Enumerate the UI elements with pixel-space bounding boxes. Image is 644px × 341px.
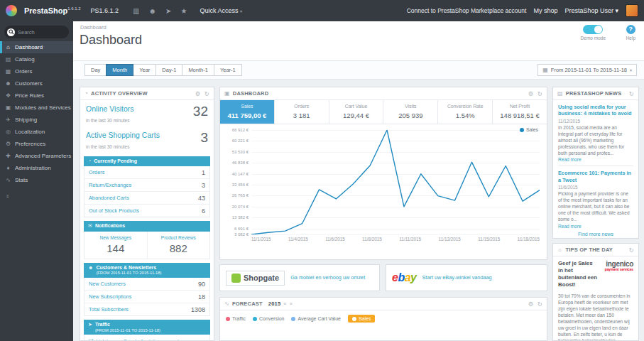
filter-year-button[interactable]: Year [133, 64, 156, 76]
sidebar-item-shipping[interactable]: ✈ Shipping [0, 114, 73, 126]
find-more-news-link[interactable]: Find more news [558, 232, 633, 237]
new-subscriptions-link[interactable]: New Subscriptions [89, 293, 131, 300]
forecast-panel-title: FORECAST [232, 301, 263, 307]
sidebar-item-modules[interactable]: ▣ Modules and Services [0, 102, 73, 114]
my-shop-link[interactable]: My shop [533, 7, 557, 14]
abandoned-carts-link[interactable]: Abandoned Carts [89, 195, 129, 201]
list-item: Out of Stock Products 6 [84, 205, 209, 217]
forecast-legend-sales[interactable]: Sales [348, 315, 376, 323]
sidebar-item-customers[interactable]: ☻ Customers [0, 77, 73, 90]
sidebar-item-dashboard[interactable]: ⌂ Dashboard [0, 41, 73, 53]
kpi-orders[interactable]: Orders 3 181 [275, 100, 329, 124]
help-icon[interactable]: ? [626, 25, 635, 34]
user-menu[interactable]: PrestaShop User ▾ [564, 7, 618, 14]
kpi-conversion-rate[interactable]: Conversion Rate 1.54% [438, 100, 493, 124]
rocket-icon[interactable]: ➤ [165, 7, 171, 15]
read-more-link[interactable]: Read more [558, 224, 633, 229]
sidebar-item-label: Orders [15, 68, 32, 75]
sidebar-item-advanced-parameters[interactable]: ✚ Advanced Parameters [0, 150, 73, 162]
demo-mode-control: Demo mode [581, 25, 606, 40]
sidebar-item-preferences[interactable]: ⚙ Preferences [0, 138, 73, 150]
forecast-year[interactable]: 2015 [268, 301, 281, 307]
shipping-icon: ✈ [5, 117, 11, 123]
list-item: Return/Exchanges 3 [84, 179, 209, 192]
legend-dot [291, 317, 295, 321]
x-tick-label: 11/18/2015 [518, 237, 540, 242]
new-messages-label: New Messages [86, 235, 146, 240]
user-avatar[interactable] [626, 4, 638, 17]
sidebar-item-administration[interactable]: ♦ Administration [0, 162, 73, 174]
sidebar-item-orders[interactable]: ▦ Orders [0, 65, 73, 77]
active-carts-row: Active Shopping Carts 3 [80, 126, 214, 144]
out-of-stock-link[interactable]: Out of Stock Products [89, 207, 139, 214]
ebay-link[interactable]: Start uw eBay-winkel vandaag [422, 274, 492, 281]
traffic-list: ❏ Link to your Google Analytics account [84, 335, 210, 341]
news-body: Using social media for your business: 4 … [553, 100, 638, 239]
new-messages-cell[interactable]: New Messages 144 [84, 232, 147, 259]
read-more-link[interactable]: Read more [558, 157, 633, 162]
filter-month-button[interactable]: Month [106, 64, 133, 76]
shopgate-panel: Shopgate Ga mobiel en verhoog uw omzet [219, 264, 380, 291]
next-icon[interactable]: » [290, 301, 293, 307]
product-reviews-cell[interactable]: Product Reviews 882 [147, 232, 210, 259]
abandoned-carts-value: 43 [198, 195, 205, 202]
refresh-icon[interactable]: ↻ [629, 247, 634, 254]
refresh-icon[interactable]: ↻ [629, 90, 634, 97]
filter-month-1-button[interactable]: Month-1 [182, 64, 214, 76]
list-item: New Customers 90 [84, 278, 209, 291]
pending-orders-link[interactable]: Orders [89, 169, 104, 175]
kpi-label: Visits [385, 104, 436, 109]
sidebar-item-catalog[interactable]: ▤ Catalog [0, 53, 73, 65]
filter-day-1-button[interactable]: Day-1 [155, 64, 182, 76]
sidebar-item-localization[interactable]: ◎ Localization [0, 126, 73, 138]
notifications-header: ✉ Notifications [84, 221, 210, 231]
gear-icon[interactable]: ⚙ [195, 90, 201, 97]
demo-mode-toggle[interactable] [583, 25, 603, 34]
pending-returns-link[interactable]: Return/Exchanges [89, 182, 131, 188]
trophy-icon[interactable]: ★ [180, 7, 187, 15]
y-tick-label: 3 082 € [234, 232, 249, 237]
active-carts-link[interactable]: Active Shopping Carts [86, 131, 160, 139]
sidebar-item-stats[interactable]: ∿ Stats [0, 174, 73, 186]
forecast-legend-average-cart-value[interactable]: Average Cart Value [291, 316, 340, 321]
sidebar-item-price-rules[interactable]: ❖ Price Rules [0, 90, 73, 102]
search-input[interactable] [18, 29, 67, 36]
shopgate-link[interactable]: Ga mobiel en verhoog uw omzet [290, 274, 365, 281]
forecast-legend-conversion[interactable]: Conversion [253, 316, 284, 321]
quick-access-menu[interactable]: Quick Access ▾ [200, 7, 242, 14]
filter-day-button[interactable]: Day [84, 64, 107, 76]
kpi-cart-value[interactable]: Cart Value 129,44 € [329, 100, 384, 124]
online-visitors-link[interactable]: Online Visitors [86, 104, 134, 113]
chart-legend[interactable]: Sales [520, 127, 538, 132]
refresh-icon[interactable]: ↻ [537, 301, 542, 308]
news-article-title[interactable]: Using social media for your business: 4 … [558, 104, 633, 117]
kpi-net-profit[interactable]: Net Profit 148 918,51 € [493, 100, 547, 124]
collapse-sidebar-icon[interactable]: ‖ [6, 193, 73, 200]
filter-year-1-button[interactable]: Year-1 [214, 64, 242, 76]
date-range-picker[interactable]: ▦ From 2015-11-01 To 2015-11-18 ▾ [537, 64, 637, 76]
person-icon[interactable]: ☻ [148, 7, 156, 15]
gear-icon[interactable]: ⚙ [528, 301, 534, 308]
news-article-title[interactable]: Ecommerce 101: Payments in a Tweet [558, 170, 633, 183]
kpi-row: Sales 411 759,00 € Orders 3 181 Cart Val… [220, 100, 547, 124]
sidebar-item-label: Customers [15, 80, 43, 87]
help-label: Help [626, 36, 635, 40]
online-visitors-row: Online Visitors 32 [80, 100, 214, 118]
refresh-icon[interactable]: ↻ [204, 90, 209, 97]
ingenico-logo: ingenico payment services [605, 260, 633, 289]
new-customers-link[interactable]: New Customers [89, 281, 126, 287]
marketplace-link[interactable]: Connect to PrestaShop Marketplace accoun… [407, 7, 527, 14]
google-analytics-link[interactable]: ❏ Link to your Google Analytics account [84, 335, 209, 341]
gear-icon[interactable]: ⚙ [528, 90, 534, 97]
refresh-icon[interactable]: ↻ [537, 90, 542, 97]
kpi-label: Net Profit [494, 104, 545, 109]
cart-icon[interactable]: ▥ [133, 7, 139, 15]
kpi-sales[interactable]: Sales 411 759,00 € [220, 100, 275, 124]
kpi-visits[interactable]: Visits 205 939 [383, 100, 438, 124]
kpi-value: 129,44 € [331, 112, 382, 119]
total-subscribers-link[interactable]: Total Subscribers [89, 306, 129, 313]
previous-icon[interactable]: « [283, 301, 286, 307]
news-article-date: 11/6/2015 [558, 185, 633, 190]
forecast-legend-traffic[interactable]: Traffic [226, 316, 246, 321]
x-tick-label: 11/1/2015 [251, 237, 271, 242]
